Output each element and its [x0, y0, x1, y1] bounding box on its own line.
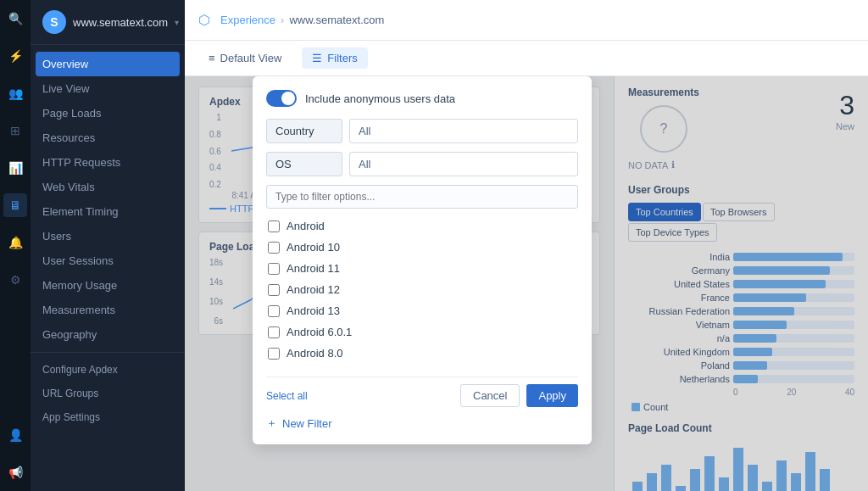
monitor-icon[interactable]: 🖥: [3, 193, 27, 217]
sidebar-item-measurements[interactable]: Measurements: [31, 298, 185, 322]
sidebar-item-live-view[interactable]: Live View: [31, 76, 185, 101]
os-option-label: Android 11: [287, 262, 340, 275]
breadcrumb: Experience › www.sematext.com: [220, 14, 384, 26]
toggle-row: Include anonymous users data: [266, 90, 578, 107]
os-checkbox[interactable]: [268, 305, 280, 317]
new-filter-label: New Filter: [282, 417, 332, 430]
apply-button[interactable]: Apply: [526, 384, 578, 407]
filter-modal: Include anonymous users data Country All…: [253, 76, 592, 444]
grid-icon[interactable]: ⊞: [3, 119, 27, 142]
os-checkbox-list: AndroidAndroid 10Android 11Android 12And…: [266, 215, 578, 368]
sidebar-item-users[interactable]: Users: [31, 224, 185, 248]
new-filter-link[interactable]: ＋ New Filter: [266, 416, 578, 431]
os-checkbox[interactable]: [268, 220, 280, 232]
select-all-link[interactable]: Select all: [266, 390, 308, 402]
sidebar-item-memory-usage[interactable]: Memory Usage: [31, 273, 185, 298]
sidebar-nav: OverviewLive ViewPage LoadsResourcesHTTP…: [31, 45, 185, 491]
os-checkbox-item[interactable]: Chrome OS: [266, 364, 578, 368]
lightning-icon[interactable]: ⚡: [3, 44, 27, 68]
default-view-label: Default View: [220, 52, 282, 64]
sidebar-logo: S: [42, 10, 66, 34]
user-icon[interactable]: 👤: [3, 423, 27, 447]
sidebar-item-overview[interactable]: Overview: [36, 52, 180, 76]
sidebar-header: S www.sematext.com ▾: [31, 0, 185, 45]
breadcrumb-current: www.sematext.com: [289, 14, 384, 26]
plus-icon: ＋: [266, 416, 277, 431]
topbar: ⬡ Experience › www.sematext.com: [185, 0, 868, 41]
menu-icon: ≡: [209, 52, 215, 64]
default-view-button[interactable]: ≡ Default View: [198, 47, 292, 69]
chart-icon[interactable]: 📊: [3, 156, 27, 180]
sidebar-item-url-groups[interactable]: URL Groups: [31, 382, 185, 405]
toggle-label: Include anonymous users data: [305, 92, 455, 105]
filter-search-input[interactable]: [266, 185, 578, 209]
os-filter-row: OS All: [266, 152, 578, 176]
sidebar-item-resources[interactable]: Resources: [31, 126, 185, 150]
people-icon[interactable]: 👥: [3, 81, 27, 105]
os-checkbox-item[interactable]: Android 10: [266, 237, 578, 258]
country-filter-value[interactable]: All: [349, 119, 578, 143]
icon-strip: 🔍 ⚡ 👥 ⊞ 📊 🖥 🔔 ⚙ 👤 📢: [0, 0, 31, 491]
sidebar-item-page-loads[interactable]: Page Loads: [31, 101, 185, 126]
country-filter-row: Country All: [266, 119, 578, 143]
sidebar-app-title: www.sematext.com: [73, 16, 168, 29]
experience-icon: ⬡: [198, 12, 210, 28]
sidebar-item-web-vitals[interactable]: Web Vitals: [31, 175, 185, 199]
os-checkbox-item[interactable]: Android 11: [266, 258, 578, 279]
filters-button[interactable]: ☰ Filters: [302, 47, 367, 69]
os-filter-value[interactable]: All: [349, 152, 578, 176]
search-icon[interactable]: 🔍: [3, 7, 27, 31]
os-checkbox-item[interactable]: Android: [266, 215, 578, 237]
sidebar: S www.sematext.com ▾ OverviewLive ViewPa…: [31, 0, 185, 491]
os-checkbox[interactable]: [268, 284, 280, 296]
filters-label: Filters: [327, 52, 357, 64]
os-checkbox[interactable]: [268, 263, 280, 275]
os-option-label: Android 13: [287, 304, 340, 317]
cancel-button[interactable]: Cancel: [460, 384, 520, 407]
os-option-label: Android 10: [287, 241, 340, 254]
filter-icon: ☰: [312, 52, 322, 64]
sidebar-item-element-timing[interactable]: Element Timing: [31, 199, 185, 224]
os-checkbox[interactable]: [268, 326, 280, 338]
os-checkbox-item[interactable]: Android 12: [266, 279, 578, 300]
bell-icon[interactable]: 🔔: [3, 231, 27, 254]
sidebar-item-configure-apdex[interactable]: Configure Apdex: [31, 358, 185, 382]
os-checkbox-item[interactable]: Android 13: [266, 300, 578, 321]
sidebar-item-app-settings[interactable]: App Settings: [31, 405, 185, 429]
os-option-label: Android 8.0: [287, 347, 343, 360]
sidebar-item-http-requests[interactable]: HTTP Requests: [31, 150, 185, 175]
os-checkbox[interactable]: [268, 242, 280, 254]
sidebar-item-user-sessions[interactable]: User Sessions: [31, 248, 185, 273]
filter-bar: ≡ Default View ☰ Filters: [185, 41, 868, 76]
os-checkbox-item[interactable]: Android 8.0: [266, 343, 578, 364]
os-option-label: Android: [287, 220, 325, 232]
settings-icon[interactable]: ⚙: [3, 268, 27, 292]
toggle-knob: [281, 92, 295, 105]
content-area: Apdex 1 0.8 0.6 0.4 0.2 8:41 AM 8:43: [185, 76, 868, 491]
os-checkbox-item[interactable]: Android 6.0.1: [266, 321, 578, 343]
os-checkbox[interactable]: [268, 348, 280, 360]
os-option-label: Android 12: [287, 283, 340, 296]
anonymous-users-toggle[interactable]: [266, 90, 297, 107]
modal-footer: Select all Cancel Apply: [266, 377, 578, 407]
breadcrumb-parent[interactable]: Experience: [220, 14, 275, 26]
speaker-icon[interactable]: 📢: [3, 460, 27, 484]
os-filter-label: OS: [266, 152, 342, 176]
footer-buttons: Cancel Apply: [460, 384, 578, 407]
sidebar-item-geography[interactable]: Geography: [31, 322, 185, 347]
chevron-down-icon[interactable]: ▾: [175, 18, 179, 27]
main-area: ⬡ Experience › www.sematext.com ≡ Defaul…: [185, 0, 868, 491]
os-option-label: Android 6.0.1: [287, 326, 352, 338]
breadcrumb-separator: ›: [281, 14, 284, 26]
country-filter-label: Country: [266, 119, 342, 143]
